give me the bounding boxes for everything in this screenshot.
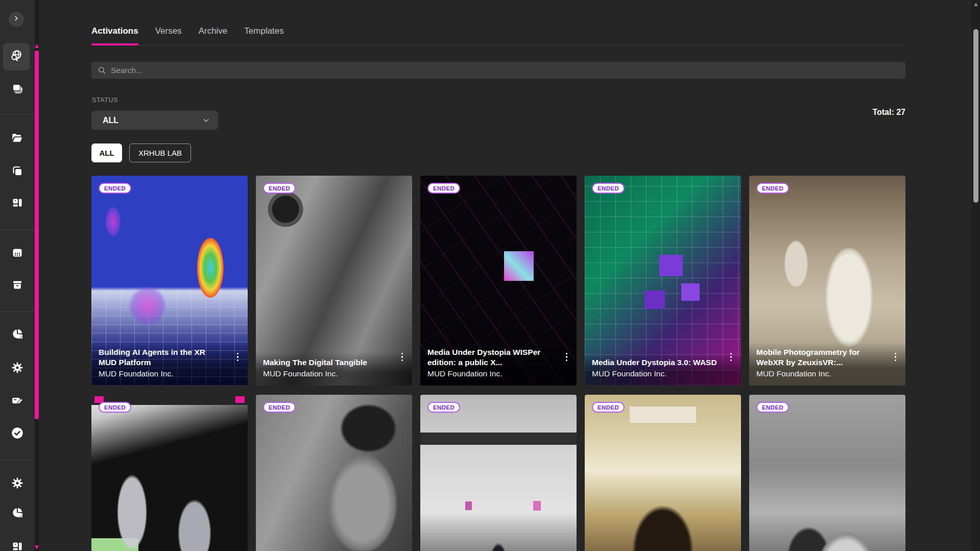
activation-card[interactable]: ENDED	[749, 395, 905, 551]
scroll-down-arrow-icon[interactable]	[35, 545, 39, 549]
card-title: Mobile Photogrammetry for WebXR by Zeuxi…	[756, 347, 881, 368]
card-org: MUD Foundation Inc.	[99, 369, 241, 379]
scope-all-button[interactable]: ALL	[91, 143, 122, 162]
sidebar-divider	[0, 229, 35, 230]
card-org: MUD Foundation Inc.	[756, 369, 898, 379]
media-layout-icon	[11, 540, 23, 551]
status-dropdown[interactable]: ALL	[91, 111, 218, 130]
check-circle-icon	[10, 426, 25, 442]
card-caption: Media Under Dystopia 3.0: WASD MUD Found…	[585, 352, 741, 386]
sidebar-item-settings-2[interactable]	[7, 474, 28, 494]
globe-search-icon	[10, 49, 23, 64]
card-menu-button[interactable]	[728, 351, 734, 364]
activation-card[interactable]: ENDED	[585, 395, 741, 551]
activation-card[interactable]: ENDED Mobile Photogrammetry for WebXR by…	[749, 176, 905, 386]
activation-card[interactable]: ENDED Making The Digital Tangible MUD Fo…	[256, 176, 412, 386]
card-title: Building AI Agents in the XR MUD Platfor…	[99, 347, 224, 368]
sidebar-expand-button[interactable]	[9, 12, 24, 27]
layers-icon	[11, 83, 23, 97]
sidebar-item-calendar[interactable]	[7, 244, 28, 264]
archive-box-icon	[11, 279, 23, 293]
sidebar-item-approvals[interactable]	[7, 424, 28, 444]
card-caption: Mobile Photogrammetry for WebXR by Zeuxi…	[749, 342, 905, 386]
folder-icon	[11, 131, 24, 147]
sidebar-item-media-2[interactable]	[7, 537, 28, 551]
status-badge: ENDED	[756, 183, 789, 194]
scroll-up-arrow-icon[interactable]	[35, 44, 39, 48]
sidebar-item-settings[interactable]	[7, 358, 28, 379]
page-scrollbar-thumb[interactable]	[973, 29, 978, 203]
card-menu-button[interactable]	[893, 351, 899, 364]
calendar-icon	[11, 247, 23, 261]
media-layout-icon	[11, 197, 23, 211]
card-title: Making The Digital Tangible	[263, 357, 388, 368]
activation-card[interactable]: ENDED	[91, 395, 248, 551]
card-image	[420, 395, 577, 551]
copy-icon	[11, 165, 23, 179]
sidebar-item-projects[interactable]	[7, 129, 28, 149]
sidebar-scrollbar-thumb[interactable]	[35, 51, 39, 419]
card-image	[749, 395, 905, 551]
settings-gear-icon	[11, 362, 23, 376]
sidebar-item-copies[interactable]	[7, 162, 28, 182]
tab-activations[interactable]: Activations	[91, 26, 138, 36]
status-badge: ENDED	[756, 402, 789, 413]
card-caption: Making The Digital Tangible MUD Foundati…	[256, 352, 412, 386]
card-menu-button[interactable]	[564, 351, 570, 364]
sidebar-item-media[interactable]	[7, 194, 28, 214]
tab-archive[interactable]: Archive	[199, 26, 228, 36]
sidebar-item-card-editor[interactable]	[7, 392, 28, 412]
scroll-up-arrow-icon[interactable]	[974, 3, 978, 6]
search-icon	[98, 66, 106, 75]
status-badge: ENDED	[99, 183, 131, 194]
sidebar-item-analytics[interactable]	[7, 325, 28, 345]
chevron-down-icon	[202, 116, 210, 124]
sidebar-item-verses[interactable]	[7, 80, 28, 100]
status-dropdown-value: ALL	[103, 116, 118, 125]
status-badge: ENDED	[427, 183, 460, 194]
analytics-pie-icon	[11, 506, 24, 521]
chevron-right-icon	[13, 15, 20, 24]
search-input[interactable]	[111, 66, 899, 75]
search-bar	[91, 62, 905, 79]
tab-templates[interactable]: Templates	[244, 26, 283, 36]
settings-gear-icon	[11, 477, 23, 491]
status-label: STATUS	[92, 97, 118, 104]
cards-grid: ENDED Building AI Agents in the XR MUD P…	[91, 176, 905, 551]
card-org: MUD Foundation Inc.	[592, 369, 734, 379]
card-title: Media Under Dystopia 3.0: WASD	[592, 357, 717, 368]
sidebar-scrollbar	[35, 0, 39, 551]
sidebar-item-discover[interactable]	[3, 43, 30, 70]
activation-card[interactable]: ENDED Media Under Dystopia WISPer editio…	[420, 176, 577, 386]
card-menu-button[interactable]	[399, 351, 405, 364]
sidebar-item-analytics-2[interactable]	[7, 504, 28, 524]
status-badge: ENDED	[427, 402, 460, 413]
card-title: Media Under Dystopia WISPer edition: a p…	[427, 347, 553, 368]
card-menu-button[interactable]	[235, 351, 241, 364]
card-edit-icon	[11, 394, 24, 410]
sidebar-divider	[0, 311, 35, 312]
card-image	[585, 395, 741, 551]
tab-bar: Activations Verses Archive Templates	[91, 0, 905, 45]
sidebar-divider	[0, 114, 35, 114]
scope-filter-row: ALL XRHUB LAB	[91, 143, 191, 162]
card-org: MUD Foundation Inc.	[427, 369, 569, 379]
analytics-pie-icon	[11, 327, 24, 343]
card-caption: Media Under Dystopia WISPer edition: a p…	[420, 342, 577, 386]
sidebar	[0, 0, 35, 551]
sidebar-divider	[0, 460, 35, 461]
status-badge: ENDED	[263, 183, 296, 194]
tab-verses[interactable]: Verses	[155, 26, 182, 36]
page-scrollbar	[972, 0, 980, 551]
sidebar-item-archive[interactable]	[7, 276, 28, 296]
activation-card[interactable]: ENDED Media Under Dystopia 3.0: WASD MUD…	[585, 176, 741, 386]
card-org: MUD Foundation Inc.	[263, 369, 405, 379]
activation-card[interactable]: ENDED	[256, 395, 412, 551]
status-badge: ENDED	[592, 183, 625, 194]
scope-xrhub-lab-button[interactable]: XRHUB LAB	[129, 143, 191, 162]
activation-card[interactable]: ENDED Building AI Agents in the XR MUD P…	[91, 176, 248, 386]
status-badge: ENDED	[263, 402, 296, 413]
total-count: Total: 27	[872, 108, 905, 117]
main-content: Activations Verses Archive Templates STA…	[91, 0, 905, 551]
activation-card[interactable]: ENDED	[420, 395, 577, 551]
